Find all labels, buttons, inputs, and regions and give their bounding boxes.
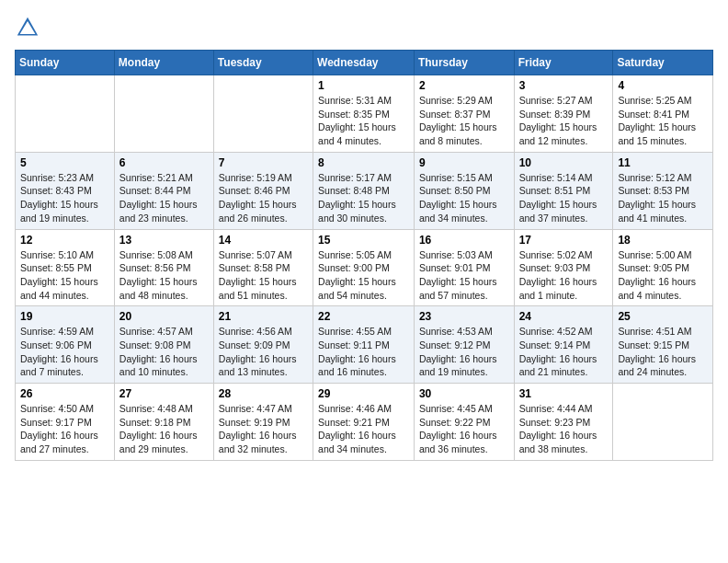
day-number: 18: [618, 234, 708, 247]
day-number: 9: [419, 156, 509, 169]
day-info: Sunrise: 5:08 AMSunset: 8:56 PMDaylight:…: [119, 248, 209, 303]
calendar-week-2: 5Sunrise: 5:23 AMSunset: 8:43 PMDaylight…: [16, 152, 713, 229]
calendar-cell: 11Sunrise: 5:12 AMSunset: 8:53 PMDayligh…: [613, 152, 713, 229]
calendar-header-row: SundayMondayTuesdayWednesdayThursdayFrid…: [16, 51, 713, 75]
day-number: 5: [20, 156, 109, 169]
day-info: Sunrise: 4:59 AMSunset: 9:06 PMDaylight:…: [20, 325, 109, 379]
day-info: Sunrise: 5:29 AMSunset: 8:37 PMDaylight:…: [419, 94, 509, 148]
logo: [15, 15, 44, 40]
day-number: 26: [20, 387, 109, 400]
calendar-cell: 26Sunrise: 4:50 AMSunset: 9:17 PMDayligh…: [16, 384, 115, 461]
day-info: Sunrise: 5:17 AMSunset: 8:48 PMDaylight:…: [318, 171, 409, 225]
calendar-cell: 6Sunrise: 5:21 AMSunset: 8:44 PMDaylight…: [114, 152, 213, 229]
day-number: 12: [20, 234, 109, 247]
logo-icon: [15, 15, 40, 40]
calendar-week-3: 12Sunrise: 5:10 AMSunset: 8:55 PMDayligh…: [16, 229, 713, 306]
day-number: 8: [318, 156, 409, 169]
day-info: Sunrise: 5:02 AMSunset: 9:03 PMDaylight:…: [519, 248, 609, 303]
day-info: Sunrise: 4:52 AMSunset: 9:14 PMDaylight:…: [519, 325, 609, 379]
calendar-cell: [114, 75, 213, 153]
day-number: 14: [219, 234, 308, 247]
calendar-cell: 15Sunrise: 5:05 AMSunset: 9:00 PMDayligh…: [313, 229, 415, 306]
day-info: Sunrise: 5:10 AMSunset: 8:55 PMDaylight:…: [20, 248, 109, 303]
day-number: 3: [519, 79, 609, 92]
day-number: 24: [519, 310, 609, 323]
day-info: Sunrise: 4:50 AMSunset: 9:17 PMDaylight:…: [20, 402, 109, 456]
calendar-cell: 8Sunrise: 5:17 AMSunset: 8:48 PMDaylight…: [313, 152, 415, 229]
day-info: Sunrise: 4:53 AMSunset: 9:12 PMDaylight:…: [419, 325, 509, 379]
calendar-cell: 19Sunrise: 4:59 AMSunset: 9:06 PMDayligh…: [16, 306, 115, 384]
day-number: 15: [318, 234, 409, 247]
calendar-week-1: 1Sunrise: 5:31 AMSunset: 8:35 PMDaylight…: [16, 75, 713, 153]
day-info: Sunrise: 4:45 AMSunset: 9:22 PMDaylight:…: [419, 402, 509, 456]
calendar-cell: 27Sunrise: 4:48 AMSunset: 9:18 PMDayligh…: [114, 384, 213, 461]
day-info: Sunrise: 4:55 AMSunset: 9:11 PMDaylight:…: [318, 325, 409, 379]
day-number: 23: [419, 310, 509, 323]
day-number: 11: [618, 156, 708, 169]
day-info: Sunrise: 4:51 AMSunset: 9:15 PMDaylight:…: [618, 325, 708, 379]
day-number: 16: [419, 234, 509, 247]
day-header-thursday: Thursday: [414, 51, 514, 75]
calendar-cell: 9Sunrise: 5:15 AMSunset: 8:50 PMDaylight…: [414, 152, 514, 229]
day-number: 7: [219, 156, 308, 169]
calendar-cell: 7Sunrise: 5:19 AMSunset: 8:46 PMDaylight…: [213, 152, 313, 229]
day-info: Sunrise: 5:07 AMSunset: 8:58 PMDaylight:…: [219, 248, 308, 303]
day-number: 19: [20, 310, 109, 323]
day-info: Sunrise: 5:31 AMSunset: 8:35 PMDaylight:…: [318, 94, 409, 148]
calendar-week-5: 26Sunrise: 4:50 AMSunset: 9:17 PMDayligh…: [16, 384, 713, 461]
day-info: Sunrise: 5:27 AMSunset: 8:39 PMDaylight:…: [519, 94, 609, 148]
day-number: 13: [119, 234, 209, 247]
day-info: Sunrise: 5:03 AMSunset: 9:01 PMDaylight:…: [419, 248, 509, 303]
calendar-cell: 3Sunrise: 5:27 AMSunset: 8:39 PMDaylight…: [514, 75, 613, 153]
day-info: Sunrise: 5:05 AMSunset: 9:00 PMDaylight:…: [318, 248, 409, 303]
day-info: Sunrise: 5:14 AMSunset: 8:51 PMDaylight:…: [519, 171, 609, 225]
day-header-tuesday: Tuesday: [213, 51, 313, 75]
day-number: 2: [419, 79, 509, 92]
calendar-cell: 16Sunrise: 5:03 AMSunset: 9:01 PMDayligh…: [414, 229, 514, 306]
calendar-cell: 30Sunrise: 4:45 AMSunset: 9:22 PMDayligh…: [414, 384, 514, 461]
day-header-sunday: Sunday: [16, 51, 115, 75]
day-header-monday: Monday: [114, 51, 213, 75]
day-number: 17: [519, 234, 609, 247]
calendar-cell: 21Sunrise: 4:56 AMSunset: 9:09 PMDayligh…: [213, 306, 313, 384]
day-number: 31: [519, 387, 609, 400]
day-header-friday: Friday: [514, 51, 613, 75]
day-info: Sunrise: 5:25 AMSunset: 8:41 PMDaylight:…: [618, 94, 708, 148]
calendar-week-4: 19Sunrise: 4:59 AMSunset: 9:06 PMDayligh…: [16, 306, 713, 384]
page-header: [15, 15, 713, 40]
calendar-cell: 22Sunrise: 4:55 AMSunset: 9:11 PMDayligh…: [313, 306, 415, 384]
calendar-cell: 23Sunrise: 4:53 AMSunset: 9:12 PMDayligh…: [414, 306, 514, 384]
day-number: 28: [219, 387, 308, 400]
calendar-cell: [213, 75, 313, 153]
calendar-cell: 24Sunrise: 4:52 AMSunset: 9:14 PMDayligh…: [514, 306, 613, 384]
day-info: Sunrise: 4:47 AMSunset: 9:19 PMDaylight:…: [219, 402, 308, 456]
calendar-cell: 20Sunrise: 4:57 AMSunset: 9:08 PMDayligh…: [114, 306, 213, 384]
day-info: Sunrise: 5:12 AMSunset: 8:53 PMDaylight:…: [618, 171, 708, 225]
calendar-cell: 18Sunrise: 5:00 AMSunset: 9:05 PMDayligh…: [613, 229, 713, 306]
day-number: 25: [618, 310, 708, 323]
day-info: Sunrise: 4:56 AMSunset: 9:09 PMDaylight:…: [219, 325, 308, 379]
day-info: Sunrise: 4:46 AMSunset: 9:21 PMDaylight:…: [318, 402, 409, 456]
calendar-cell: 17Sunrise: 5:02 AMSunset: 9:03 PMDayligh…: [514, 229, 613, 306]
calendar-cell: [613, 384, 713, 461]
day-info: Sunrise: 4:57 AMSunset: 9:08 PMDaylight:…: [119, 325, 209, 379]
calendar-cell: 13Sunrise: 5:08 AMSunset: 8:56 PMDayligh…: [114, 229, 213, 306]
calendar-cell: 4Sunrise: 5:25 AMSunset: 8:41 PMDaylight…: [613, 75, 713, 153]
calendar-cell: 12Sunrise: 5:10 AMSunset: 8:55 PMDayligh…: [16, 229, 115, 306]
calendar-cell: 2Sunrise: 5:29 AMSunset: 8:37 PMDaylight…: [414, 75, 514, 153]
day-header-wednesday: Wednesday: [313, 51, 415, 75]
day-info: Sunrise: 4:48 AMSunset: 9:18 PMDaylight:…: [119, 402, 209, 456]
day-info: Sunrise: 4:44 AMSunset: 9:23 PMDaylight:…: [519, 402, 609, 456]
day-number: 6: [119, 156, 209, 169]
calendar-cell: 1Sunrise: 5:31 AMSunset: 8:35 PMDaylight…: [313, 75, 415, 153]
day-header-saturday: Saturday: [613, 51, 713, 75]
calendar-cell: [16, 75, 115, 153]
calendar-cell: 10Sunrise: 5:14 AMSunset: 8:51 PMDayligh…: [514, 152, 613, 229]
day-number: 22: [318, 310, 409, 323]
day-info: Sunrise: 5:15 AMSunset: 8:50 PMDaylight:…: [419, 171, 509, 225]
calendar-table: SundayMondayTuesdayWednesdayThursdayFrid…: [15, 50, 713, 461]
day-number: 1: [318, 79, 409, 92]
day-number: 20: [119, 310, 209, 323]
calendar-cell: 29Sunrise: 4:46 AMSunset: 9:21 PMDayligh…: [313, 384, 415, 461]
day-number: 30: [419, 387, 509, 400]
